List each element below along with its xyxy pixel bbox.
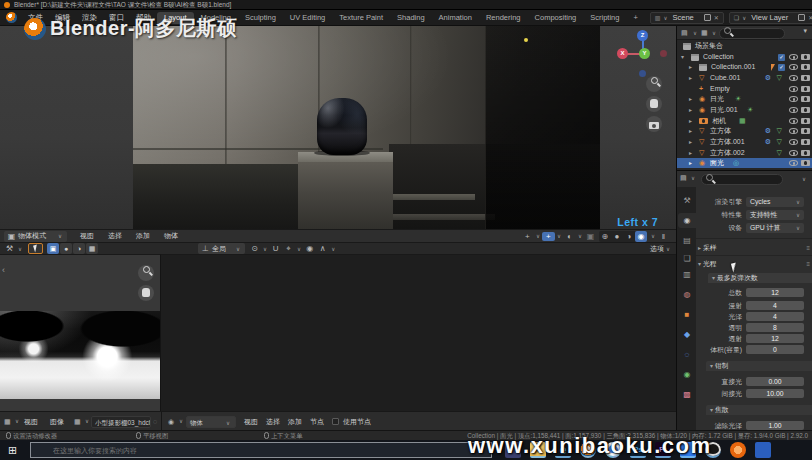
expand-icon[interactable]: ▸: [689, 94, 692, 104]
editor-type-icon[interactable]: ▤: [680, 174, 687, 182]
light-paths-panel-header[interactable]: ▾ 光程 ≡: [696, 259, 812, 269]
hide-viewport-icon[interactable]: [789, 160, 798, 166]
pivot-point-icon[interactable]: ⊙: [248, 244, 261, 253]
expand-icon[interactable]: ▸: [689, 73, 692, 83]
xray-toggle-icon[interactable]: ▣: [584, 232, 597, 241]
tab-texture-paint[interactable]: Texture Paint: [332, 12, 390, 24]
shading-wireframe-icon[interactable]: ⊕: [599, 231, 611, 242]
hide-viewport-icon[interactable]: [789, 128, 798, 134]
tab-constraints[interactable]: ◆: [678, 327, 696, 342]
outliner-row-cube-cn[interactable]: ▸ ▽ 立方体 ⚙ ▽: [677, 126, 812, 136]
options-menu[interactable]: 选项: [650, 244, 664, 254]
value-field[interactable]: 12: [746, 288, 804, 297]
disable-render-icon[interactable]: [801, 160, 810, 166]
camera-view-icon[interactable]: [646, 116, 662, 132]
tab-sculpting[interactable]: Sculpting: [238, 12, 283, 24]
shader-mode-dropdown[interactable]: 物体∨: [186, 416, 236, 428]
gizmo-z-axis[interactable]: Z: [637, 30, 648, 41]
shading-material-icon[interactable]: ◑: [623, 231, 635, 242]
value-field[interactable]: 4: [746, 312, 804, 321]
disable-render-icon[interactable]: [801, 96, 810, 102]
shader-menu-view[interactable]: 视图: [244, 412, 258, 431]
image-name-field[interactable]: 小型摄影棚03_hdch…: [91, 416, 151, 428]
taskbar-app-orange[interactable]: [730, 442, 746, 458]
outliner-row-collection[interactable]: ▾ Collection ✓: [677, 52, 812, 62]
pan-hand-icon[interactable]: [138, 285, 154, 301]
expand-icon[interactable]: ▸: [689, 116, 692, 126]
tab-rendering[interactable]: Rendering: [479, 12, 528, 24]
falloff-icon[interactable]: ∧: [316, 244, 329, 253]
collapse-icon[interactable]: ▾: [710, 407, 713, 413]
image-menu-view[interactable]: 视图: [24, 412, 38, 431]
value-field[interactable]: 12: [746, 334, 804, 343]
image-datablock-icon[interactable]: ▦: [74, 412, 81, 431]
select-mode-subtract[interactable]: ◑: [73, 243, 85, 254]
shading-solid-icon[interactable]: ●: [611, 231, 623, 242]
navigation-gizmo[interactable]: Z X Y: [616, 30, 670, 84]
tab-world[interactable]: ◍: [678, 287, 696, 302]
outliner-row-cube-001[interactable]: ▸ ▽ Cube.001 ⚙ ▽: [677, 73, 812, 83]
value-field[interactable]: 1.00: [746, 421, 804, 430]
close-icon[interactable]: ✕: [808, 14, 812, 21]
outliner-row-area-light-selected[interactable]: ▸ ◉ 面光 ◎: [677, 158, 812, 168]
sampling-panel-header[interactable]: ▸ 采样 ≡: [696, 243, 812, 253]
disable-render-icon[interactable]: [801, 86, 810, 92]
add-workspace-button[interactable]: +: [626, 12, 644, 24]
new-scene-icon[interactable]: [704, 14, 711, 21]
zoom-icon[interactable]: [646, 76, 662, 92]
close-icon[interactable]: ✕: [714, 14, 719, 21]
gizmo-z-neg[interactable]: [639, 70, 646, 77]
hide-viewport-icon[interactable]: [789, 107, 798, 113]
tab-output[interactable]: ▤: [678, 233, 696, 248]
gizmo-x-neg[interactable]: [660, 50, 667, 57]
value-field[interactable]: 10.00: [746, 389, 804, 398]
preset-menu-icon[interactable]: ≡: [806, 243, 810, 253]
expand-icon[interactable]: ▸: [689, 158, 692, 168]
tab-object-data[interactable]: ◉: [678, 367, 696, 382]
outliner-row-sun[interactable]: ▸ ◉ 日光 ☀: [677, 94, 812, 104]
collapse-icon[interactable]: ▾: [698, 261, 701, 267]
select-mode-set[interactable]: ▣: [47, 243, 59, 254]
outliner-row-cube-cn-001[interactable]: ▸ ▽ 立方体.001 ⚙ ▽: [677, 137, 812, 147]
expand-icon[interactable]: ▸: [689, 148, 692, 158]
collection-checkbox[interactable]: ✓: [778, 64, 785, 71]
tab-tool[interactable]: ⚒: [678, 193, 696, 208]
outliner-row-scene-collection[interactable]: 场景集合: [677, 41, 812, 51]
window-titlebar[interactable]: Blender* [D:\新建文件夹\课程文件\TAO 课文件\检查 B硕\AI…: [0, 0, 812, 10]
gizmo-x-axis[interactable]: X: [617, 48, 628, 59]
view-layer-selector[interactable]: ❏ ∨ View Layer ✕: [729, 12, 812, 24]
value-field[interactable]: 0.00: [746, 377, 804, 386]
render-engine-dropdown[interactable]: Cycles∨: [746, 197, 804, 207]
unlink-ghost-icon[interactable]: ◌: [153, 412, 157, 431]
expand-icon[interactable]: ▸: [689, 62, 692, 72]
filter-icon[interactable]: ▾: [803, 27, 807, 35]
tab-texture[interactable]: ▩: [678, 387, 696, 402]
max-bounces-subpanel-header[interactable]: ▾ 最多反弹次数: [708, 273, 812, 283]
disable-render-icon[interactable]: [801, 118, 810, 124]
tab-physics[interactable]: ◌: [678, 347, 696, 362]
tab-compositing[interactable]: Compositing: [528, 12, 584, 24]
pause-render-icon[interactable]: ‖: [657, 232, 670, 241]
image-menu-image[interactable]: 图像: [50, 412, 64, 431]
select-mode-invert[interactable]: ▦: [86, 243, 98, 254]
clamping-subpanel-header[interactable]: ▾ 钳制: [706, 361, 812, 371]
scene-selector[interactable]: ▥ ∨ Scene ✕: [650, 12, 724, 24]
preset-menu-icon[interactable]: ≡: [806, 259, 810, 269]
zoom-icon[interactable]: [138, 265, 154, 281]
shader-type-icon[interactable]: ◉: [168, 412, 174, 431]
disable-render-icon[interactable]: [801, 64, 810, 70]
value-field[interactable]: 4: [746, 301, 804, 310]
tab-scripting[interactable]: Scripting: [583, 12, 626, 24]
tab-animation[interactable]: Animation: [432, 12, 479, 24]
tab-render[interactable]: ◉: [678, 213, 696, 228]
disable-render-icon[interactable]: [801, 75, 810, 81]
tab-object[interactable]: ■: [678, 307, 696, 322]
toolbar-collapse-icon[interactable]: ‹: [2, 265, 5, 275]
gizmo-y-axis[interactable]: Y: [639, 48, 650, 59]
gizmo-toggle-icon[interactable]: +: [521, 232, 534, 241]
hide-viewport-icon[interactable]: [789, 54, 798, 60]
expand-icon[interactable]: ▸: [689, 137, 692, 147]
shader-menu-select[interactable]: 选择: [266, 412, 280, 431]
outliner-row-collection-001[interactable]: ▸ Collection.001 ✓: [677, 62, 812, 72]
outliner-row-cube-cn-002[interactable]: ▸ ▽ 立方体.002 ▽: [677, 148, 812, 158]
